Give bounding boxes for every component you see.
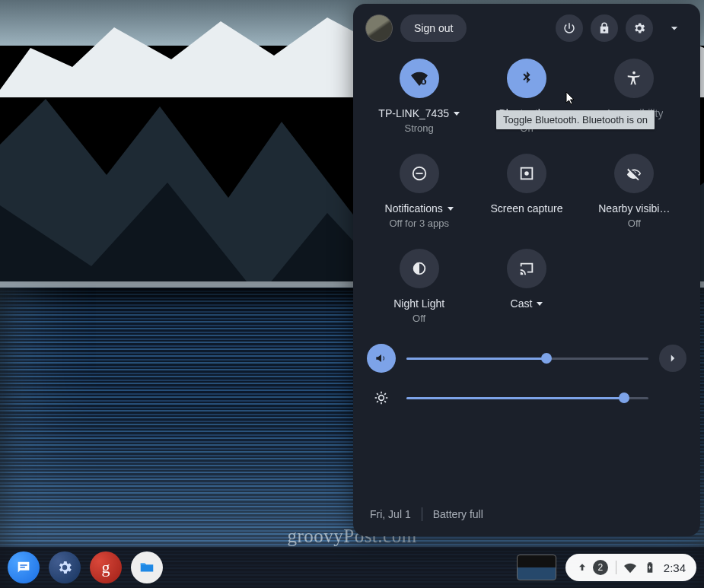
brightness-slider-row [367,383,686,412]
app-groovypost[interactable]: g [90,551,122,583]
night-light-sub: Off [413,313,425,324]
app-messages[interactable] [8,551,40,583]
bluetooth-toggle[interactable] [507,59,546,98]
chevron-down-icon [537,302,543,306]
status-tray[interactable]: 2 2:34 [565,554,696,581]
notifications-label[interactable]: Notifications [385,202,454,215]
chevron-down-icon [667,21,682,36]
svg-point-7 [379,396,384,401]
svg-line-12 [377,393,378,395]
notification-count: 2 [593,560,608,575]
bluetooth-icon [518,70,535,87]
svg-point-1 [632,72,636,75]
svg-line-14 [377,401,378,402]
date-text: Fri, Jul 1 [370,508,411,520]
notifications-toggle[interactable] [400,154,439,193]
brightness-slider[interactable] [406,397,648,399]
accessibility-toggle[interactable] [614,59,654,98]
user-avatar[interactable] [365,14,393,42]
volume-icon [374,351,389,366]
tile-notifications: Notifications Off for 3 apps [365,154,473,229]
divider [616,561,616,574]
dnd-icon [411,165,428,182]
night-light-toggle[interactable] [400,249,439,288]
signout-button[interactable]: Sign out [400,14,467,42]
tile-nearby: Nearby visibi… Off [581,154,688,229]
svg-rect-16 [20,564,27,565]
battery-text: Battery full [433,508,483,520]
network-sub: Strong [405,122,434,134]
night-light-icon [411,260,428,277]
brightness-icon-button[interactable] [367,383,396,412]
screen-capture-label: Screen capture [491,202,563,215]
screen-capture-icon [518,165,535,182]
power-icon [562,21,576,35]
tile-night-light: Night Light Off [365,249,473,324]
shelf: g 2 2:34 [0,547,704,588]
svg-line-13 [384,401,386,402]
bluetooth-tooltip: Toggle Bluetooth. Bluetooth is on [496,110,655,129]
volume-icon-button[interactable] [367,344,396,373]
volume-slider-row [367,344,686,373]
notifications-sub: Off for 3 apps [389,218,449,229]
accessibility-icon [626,70,642,87]
letter-g-icon: g [102,558,110,577]
wifi-icon [624,561,636,574]
collapse-button[interactable] [661,14,688,42]
folder-icon [139,559,155,576]
nearby-label[interactable]: Nearby visibi… [598,202,670,215]
feature-tiles: TP-LINK_7435 Strong Bluetooth On Accessi… [353,52,700,324]
tile-screen-capture: Screen capture [473,154,580,229]
nearby-toggle[interactable] [614,154,654,193]
lock-icon [597,21,611,35]
gear-icon [56,559,73,576]
wallpaper-thumbnail[interactable] [517,555,556,580]
app-files[interactable] [131,551,163,583]
chat-icon [15,559,32,576]
visibility-off-icon [626,165,642,182]
battery-charging-icon [644,561,656,574]
cursor-icon [565,91,578,110]
cast-label[interactable]: Cast [511,297,543,310]
cast-icon [518,260,535,277]
divider [422,507,422,521]
settings-button[interactable] [626,14,653,42]
notification-indicator[interactable]: 2 [576,560,608,575]
network-label[interactable]: TP-LINK_7435 [378,107,460,119]
brightness-icon [374,390,389,405]
svg-rect-17 [20,567,24,567]
chevron-right-icon [666,351,680,365]
chevron-down-icon [454,112,460,116]
wifi-lock-icon [411,70,428,87]
quick-settings-panel: Sign out TP-LINK_7435 Strong [353,4,700,536]
svg-point-5 [524,171,529,176]
power-button[interactable] [556,14,583,42]
svg-rect-3 [416,173,422,174]
tile-cast: Cast [473,249,580,324]
chevron-down-icon [448,207,454,211]
clock-text: 2:34 [664,561,686,574]
panel-header: Sign out [353,4,700,52]
gear-icon [632,21,646,35]
up-arrow-icon [576,561,588,574]
audio-settings-button[interactable] [659,345,686,372]
app-settings[interactable] [49,551,81,583]
lock-button[interactable] [591,14,618,42]
nearby-sub: Off [628,218,641,229]
svg-line-15 [384,393,386,395]
tile-network: TP-LINK_7435 Strong [365,59,473,134]
shelf-apps: g [8,551,163,583]
panel-footer: Fri, Jul 1 Battery full [353,495,700,533]
cast-button[interactable] [507,249,546,288]
shelf-status: 2 2:34 [517,554,696,581]
screen-capture-button[interactable] [507,154,546,193]
network-toggle[interactable] [400,59,439,98]
night-light-label[interactable]: Night Light [393,297,444,310]
sliders-section [353,324,700,412]
volume-slider[interactable] [406,358,648,360]
